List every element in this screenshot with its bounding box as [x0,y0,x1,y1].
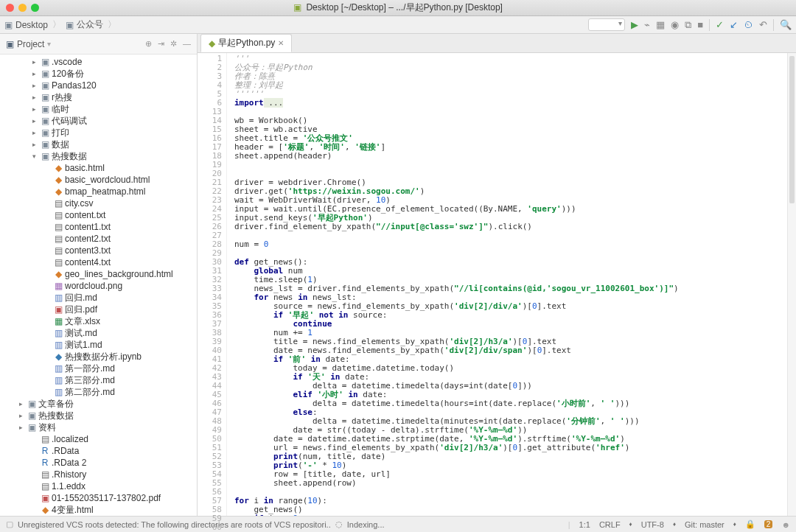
tree-item[interactable]: ▦wordcloud.png [0,280,197,292]
status-branch[interactable]: Git: master [685,520,725,529]
tree-item[interactable]: ◆热搜数据分析.ipynb [0,351,197,363]
tree-item[interactable]: ▥第一部分.md [0,363,197,374]
chevron-icon[interactable]: ▸ [29,105,38,113]
tree-item[interactable]: ▥回归.md [0,292,197,304]
vcs-commit-icon[interactable]: ↙ [730,19,738,30]
tree-item[interactable]: ▤.Rhistory [0,469,197,480]
chevron-down-icon[interactable]: ▾ [47,40,51,48]
status-position[interactable]: 1:1 [579,520,590,529]
vcs-history-icon[interactable]: ⏲ [744,19,753,30]
tree-item[interactable]: ▥测试.md [0,327,197,339]
chevron-icon[interactable]: ▸ [29,141,38,148]
lock-icon[interactable]: 🔒 [745,519,755,529]
breadcrumb-root[interactable]: Desktop [15,20,48,30]
tree-item[interactable]: ▣01-1552035117-137802.pdf [0,492,197,504]
tree-item[interactable]: ▤.localized [0,433,197,445]
tree-item-label: 120备份 [52,68,84,80]
breadcrumb[interactable]: ▣ Desktop 〉 ▣ 公众号 〉 [4,18,118,31]
project-tree[interactable]: ▸▣.vscode▸▣120备份▸▣Pandas120▸▣r热搜▸▣临时▸▣代码… [0,55,197,516]
tree-item[interactable]: ▸▣临时 [0,103,197,115]
status-eol[interactable]: CRLF [599,520,621,529]
tree-item[interactable]: ▸▣.vscode [0,56,197,68]
breadcrumb-folder[interactable]: 公众号 [77,18,103,31]
tree-item[interactable]: ▸▣热搜数据 [0,410,197,421]
debug-icon[interactable]: ⌁ [644,19,650,30]
tree-item[interactable]: ▦文章.xlsx [0,315,197,327]
close-icon[interactable]: ✕ [278,39,284,47]
tree-item[interactable]: ▾▣热搜数据 [0,150,197,162]
tree-item[interactable]: ▸▣代码调试 [0,115,197,127]
vcs-revert-icon[interactable]: ↶ [759,19,767,30]
tree-item[interactable]: R.RData [0,445,197,457]
tree-item[interactable]: ▸▣数据 [0,139,197,150]
tree-item[interactable]: ▥第二部分.md [0,386,197,398]
tree-item[interactable]: ▤content2.txt [0,233,197,245]
tree-item[interactable]: ▣回归.pdf [0,304,197,315]
chevron-icon[interactable]: ▸ [29,117,38,125]
coverage-icon[interactable]: ▦ [656,19,665,30]
profile-icon[interactable]: ◉ [671,19,679,30]
vcs-update-icon[interactable]: ✓ [716,19,724,30]
chevron-icon[interactable]: ▸ [16,424,25,431]
tree-item-label: content4.txt [65,257,111,267]
concurrency-icon[interactable]: ⧉ [685,19,691,31]
tree-item[interactable]: ▸▣资料 [0,421,197,433]
tree-item[interactable]: ◆basic_wordcloud.html [0,174,197,186]
tree-item[interactable]: ▸▣打印 [0,127,197,139]
tree-item[interactable]: ▤content1.txt [0,221,197,233]
tree-item[interactable]: ▤city.csv [0,197,197,209]
chevron-icon[interactable]: ▸ [29,94,38,101]
scrollbar-thumb[interactable] [789,56,795,203]
gear-icon[interactable]: ✲ [170,39,177,49]
tree-item-label: 热搜数据 [52,150,87,163]
tree-item[interactable]: ▤1.1.eddx [0,480,197,492]
tree-item-label: .RData [52,446,79,456]
chevron-icon[interactable]: ▸ [16,412,25,419]
stop-icon[interactable]: ■ [697,19,703,30]
chevron-icon[interactable]: ▸ [29,58,38,66]
feedback-icon[interactable]: ☻ [781,520,790,529]
tree-item[interactable]: ▸▣r热搜 [0,91,197,103]
run-icon[interactable]: ▶ [631,19,638,30]
tree-item[interactable]: ▥测试1.md [0,339,197,351]
warnings-badge[interactable]: 2 [764,520,773,528]
chevron-icon[interactable]: ▸ [29,129,38,136]
tree-item[interactable]: ▤content.txt [0,209,197,221]
tree-item[interactable]: ◆geo_lines_background.html [0,268,197,280]
tree-item[interactable]: ◆basic.html [0,162,197,174]
tree-item[interactable]: ▤content4.txt [0,256,197,268]
R-icon: R [38,446,52,456]
scroll-from-source-icon[interactable]: ⊕ [145,39,152,49]
status-encoding[interactable]: UTF-8 [641,520,664,529]
text-icon: ▤ [52,222,65,232]
search-icon[interactable]: 🔍 [780,19,792,30]
tree-item[interactable]: ▤content3.txt [0,245,197,256]
collapse-icon[interactable]: ⇥ [158,39,164,49]
chevron-icon[interactable]: ▸ [29,82,38,89]
tree-item[interactable]: ▸▣Pandas120 [0,80,197,91]
tree-item[interactable]: ◆4变量.html [0,504,197,516]
tree-item[interactable]: ▸▣文章备份 [0,398,197,410]
tree-item[interactable]: ▥第三部分.md [0,374,197,386]
code-editor[interactable]: '''公众号：早起Python作者：陈熹整理：刘早起''''''import .… [227,53,787,516]
window-controls[interactable] [6,4,39,12]
run-config-combo[interactable] [588,18,625,31]
chevron-icon[interactable]: ▾ [29,153,38,160]
minimize-icon[interactable] [18,4,27,12]
chevron-icon[interactable]: ▸ [29,70,38,77]
tree-item[interactable]: R.RData 2 [0,457,197,469]
tree-item[interactable]: ▸▣120备份 [0,68,197,80]
scrollbar-track[interactable] [787,53,796,516]
status-bar: ▢ Unregistered VCS roots detected: The f… [0,516,796,532]
hide-icon[interactable]: — [183,39,191,49]
tree-item[interactable]: ◆bmap_heatmap.html [0,186,197,197]
tree-item-label: basic_wordcloud.html [65,175,150,185]
tab-file[interactable]: ◆ 早起Python.py ✕ [200,34,292,52]
tree-item-label: .RData 2 [52,458,86,468]
chevron-icon[interactable]: ▸ [16,400,25,407]
tool-window-icon[interactable]: ▢ [6,519,13,529]
maximize-icon[interactable] [31,4,39,12]
R-icon: R [38,458,52,468]
close-icon[interactable] [6,4,14,12]
text-icon: ▤ [38,434,52,444]
